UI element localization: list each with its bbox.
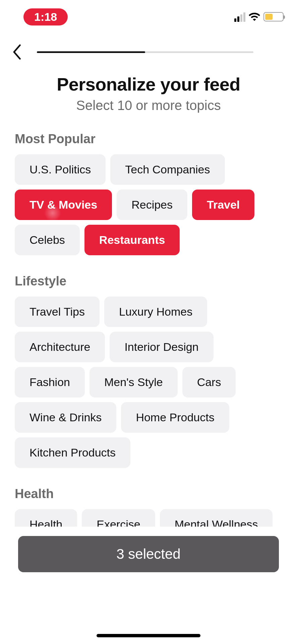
progress-fill [37,51,145,53]
chips-most-popular: U.S. Politics Tech Companies TV & Movies… [15,154,282,255]
topic-chip[interactable]: Fashion [15,367,85,397]
topic-chip[interactable]: TV & Movies [15,190,112,220]
topic-chip[interactable]: Restaurants [84,225,180,255]
section-header-most-popular: Most Popular [15,132,282,146]
topic-chip[interactable]: Tech Companies [110,154,225,185]
section-header-health: Health [15,487,282,501]
topic-chip[interactable]: Architecture [15,332,105,362]
topic-chip[interactable]: Travel Tips [15,297,100,327]
wifi-icon [249,11,260,22]
cellular-icon [234,12,245,22]
battery-icon [263,12,284,21]
nav-row [0,27,297,60]
topic-chip[interactable]: Recipes [117,190,187,220]
section-header-lifestyle: Lifestyle [15,274,282,288]
page-title: Personalize your feed [0,74,297,95]
topic-chip[interactable]: Kitchen Products [15,437,130,468]
topic-chip[interactable]: Cars [182,367,236,397]
home-indicator[interactable] [97,634,200,637]
topic-chip[interactable]: Wine & Drinks [15,402,116,433]
topic-chip[interactable]: Luxury Homes [104,297,207,327]
progress-bar [37,51,253,53]
status-bar: 1:18 [0,0,297,27]
topic-chip[interactable]: U.S. Politics [15,154,106,185]
content: Most Popular U.S. Politics Tech Companie… [0,132,297,540]
selected-count-button[interactable]: 3 selected [18,536,279,572]
topic-chip[interactable]: Home Products [121,402,229,433]
back-button[interactable] [10,44,23,60]
topic-chip[interactable]: Travel [192,190,254,220]
cta-wrap: 3 selected [0,527,297,644]
chips-lifestyle: Travel Tips Luxury Homes Architecture In… [15,297,282,468]
topic-chip[interactable]: Interior Design [110,332,213,362]
status-right [234,11,284,22]
topic-chip[interactable]: Men's Style [90,367,178,397]
chevron-left-icon [12,44,21,60]
page-subtitle: Select 10 or more topics [0,98,297,113]
topic-chip[interactable]: Celebs [15,225,80,255]
status-time-pill: 1:18 [23,8,68,25]
